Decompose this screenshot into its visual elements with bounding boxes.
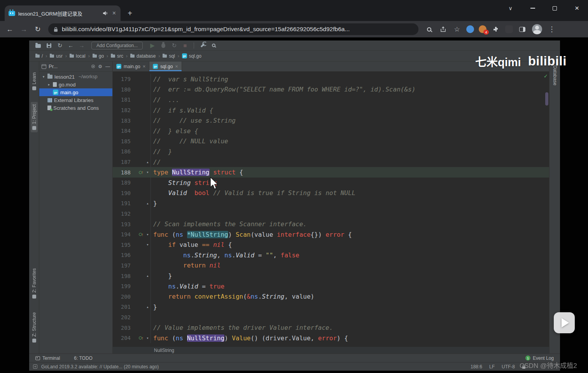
editor-breadcrumb[interactable]: NullString bbox=[154, 348, 174, 353]
implements-gutter-icon[interactable]: ↑ bbox=[131, 170, 145, 174]
breadcrumb-local[interactable]: local bbox=[70, 53, 86, 59]
code-line[interactable]: 189 String string bbox=[113, 178, 549, 188]
tool-stripe-button-1-project[interactable]: 1: Project bbox=[31, 102, 38, 132]
implements-gutter-icon[interactable]: ↑ bbox=[131, 232, 145, 237]
fold-marker[interactable]: ▾ bbox=[145, 240, 151, 250]
fold-marker[interactable]: ▴ bbox=[145, 198, 151, 209]
code-line[interactable]: 201▴} bbox=[113, 302, 549, 312]
forward-button[interactable]: → bbox=[17, 23, 30, 36]
project-tree-item-go-mod[interactable]: ▸go.mod bbox=[39, 81, 112, 88]
breadcrumb-usr[interactable]: usr bbox=[50, 53, 63, 59]
menu-kebab-icon[interactable]: ⋮ bbox=[545, 23, 558, 36]
navigate-back-icon[interactable]: ← bbox=[66, 41, 76, 50]
code-line[interactable]: 183// // use s.String bbox=[113, 115, 549, 126]
code-line[interactable]: 185// // NULL value bbox=[113, 136, 549, 147]
tool-stripe-button-learn[interactable]: Learn bbox=[31, 70, 38, 93]
sync-icon[interactable]: ↻ bbox=[55, 41, 65, 50]
navigate-forward-icon[interactable]: → bbox=[77, 41, 87, 50]
inspection-ok-icon[interactable]: ✓ bbox=[544, 73, 548, 79]
implements-gutter-icon[interactable]: ↑ bbox=[131, 336, 145, 340]
run-with-coverage-icon[interactable]: ↻ bbox=[169, 41, 179, 50]
search-everywhere-icon[interactable] bbox=[208, 41, 219, 50]
bookmark-star-icon[interactable]: ☆ bbox=[450, 23, 464, 36]
code-line[interactable]: 195▾ if value == nil { bbox=[113, 240, 549, 250]
save-all-icon[interactable] bbox=[44, 41, 54, 50]
breadcrumb-database[interactable]: database bbox=[130, 53, 156, 59]
locate-file-icon[interactable] bbox=[91, 65, 95, 68]
video-player[interactable]: ↻ ← → Add Configuration... ▶ ↻ ■ /›usr›l… bbox=[0, 37, 588, 373]
browser-tab[interactable]: lesson21_GORM创建记录及 × bbox=[5, 5, 121, 21]
share-icon[interactable] bbox=[436, 23, 450, 36]
code-line[interactable]: 204↑▾func (ns NullString) Value() (drive… bbox=[113, 333, 549, 343]
reload-button[interactable]: ↻ bbox=[31, 23, 44, 36]
wrench-icon[interactable] bbox=[198, 41, 208, 50]
code-line[interactable]: 196 ns.String, ns.Valid = "", false bbox=[113, 250, 549, 260]
extensions-puzzle-icon[interactable] bbox=[489, 23, 502, 36]
code-line[interactable]: 181// ... bbox=[113, 95, 549, 105]
code-line[interactable]: 182// if s.Valid { bbox=[113, 105, 549, 116]
tool-stripe-button-z-structure[interactable]: Z: Structure bbox=[31, 310, 38, 345]
code-line[interactable]: 202 bbox=[113, 312, 549, 323]
code-line[interactable]: 190 Valid bool // Valid is true if Strin… bbox=[113, 188, 549, 199]
fold-marker[interactable]: ▾ bbox=[145, 167, 151, 178]
encoding[interactable]: UTF-8 bbox=[502, 364, 515, 369]
tree-expand-arrow[interactable]: ▾ bbox=[42, 75, 46, 79]
code-line[interactable]: 191▴} bbox=[113, 198, 549, 209]
breadcrumb-go[interactable]: go bbox=[93, 53, 104, 59]
code-line[interactable]: 199 ns.Valid = true bbox=[113, 281, 549, 292]
editor-tab-main-go[interactable]: gomain.go× bbox=[113, 62, 149, 71]
side-panel-icon[interactable] bbox=[516, 23, 529, 36]
code-line[interactable]: 192 bbox=[113, 209, 549, 219]
address-bar[interactable]: bilibili.com/video/BV1gJ411p7xC/?p=21&sp… bbox=[48, 23, 418, 35]
tool-stripe-button-2-favorites[interactable]: 2: Favorites bbox=[31, 266, 38, 301]
code-line[interactable]: 193// Scan implements the Scanner interf… bbox=[113, 219, 549, 229]
tab-close-icon[interactable]: × bbox=[175, 64, 178, 69]
tab-search-chevron-icon[interactable]: ∨ bbox=[499, 0, 522, 16]
code-line[interactable]: 198▴ } bbox=[113, 271, 549, 281]
code-line[interactable]: 203// Value implements the driver Valuer… bbox=[113, 322, 549, 333]
run-icon[interactable]: ▶ bbox=[147, 41, 158, 50]
code-line[interactable]: 194↑▾func (ns *NullString) Scan(value in… bbox=[113, 229, 549, 240]
stop-icon[interactable]: ■ bbox=[180, 41, 190, 50]
add-configuration-button[interactable]: Add Configuration... bbox=[91, 42, 143, 49]
breadcrumb-[interactable]: / bbox=[35, 53, 43, 59]
tree-collapse-arrow[interactable]: ▸ bbox=[47, 83, 51, 86]
tool-windows-icon[interactable] bbox=[33, 364, 37, 369]
breadcrumb-sql-go[interactable]: gosql.go bbox=[182, 53, 201, 59]
editor-tab-sql-go[interactable]: gosql.go× bbox=[149, 62, 182, 71]
hide-panel-icon[interactable]: — bbox=[105, 64, 110, 69]
debug-bug-icon[interactable] bbox=[158, 41, 168, 50]
window-maximize-button[interactable] bbox=[544, 0, 566, 16]
settings-gear-icon[interactable]: ⚙ bbox=[98, 64, 102, 69]
todo-button[interactable]: 6: TODO bbox=[74, 355, 93, 361]
scrollbar-thumb[interactable] bbox=[545, 92, 548, 106]
tab-audio-icon[interactable] bbox=[103, 11, 108, 16]
project-tree-item-lesson21[interactable]: ▾lesson21~/worksp bbox=[39, 73, 112, 81]
new-tab-button[interactable]: + bbox=[124, 8, 135, 19]
back-button[interactable]: ← bbox=[3, 23, 16, 36]
terminal-button[interactable]: Terminal bbox=[35, 355, 60, 361]
project-tree-item-external-libraries[interactable]: External Libraries bbox=[39, 96, 112, 104]
code-line[interactable]: 184// } else { bbox=[113, 126, 549, 136]
tab-close-icon[interactable]: × bbox=[112, 10, 117, 16]
project-tree-item-scratches-and-cons[interactable]: Scratches and Cons bbox=[39, 104, 112, 112]
fold-marker[interactable]: ▴ bbox=[145, 271, 151, 281]
extension-icon-translate[interactable] bbox=[466, 25, 474, 33]
code-editor[interactable]: 179// var s NullString180// err := db.Qu… bbox=[113, 72, 549, 347]
open-folder-icon[interactable] bbox=[33, 41, 43, 50]
profile-avatar[interactable] bbox=[532, 24, 542, 34]
fold-marker[interactable]: ▾ bbox=[145, 229, 151, 240]
code-line[interactable]: 179// var s NullString bbox=[113, 74, 549, 84]
zoom-icon[interactable] bbox=[422, 23, 436, 36]
project-tree-item-main-go[interactable]: gomain.go bbox=[39, 88, 112, 96]
breadcrumb-src[interactable]: src bbox=[111, 53, 123, 59]
tab-close-icon[interactable]: × bbox=[143, 64, 146, 69]
caret-position[interactable]: 188:6 bbox=[471, 364, 482, 369]
code-line[interactable]: 186// } bbox=[113, 146, 549, 157]
status-message[interactable]: GoLand 2019.3.2 available: // Update... … bbox=[41, 364, 159, 369]
fold-marker[interactable]: ▾ bbox=[145, 333, 151, 343]
code-line[interactable]: 197 return nil bbox=[113, 260, 549, 271]
window-minimize-button[interactable] bbox=[522, 0, 544, 16]
breadcrumb-sql[interactable]: sql bbox=[163, 53, 175, 59]
extension-icon-tampermonkey[interactable] bbox=[505, 25, 513, 33]
